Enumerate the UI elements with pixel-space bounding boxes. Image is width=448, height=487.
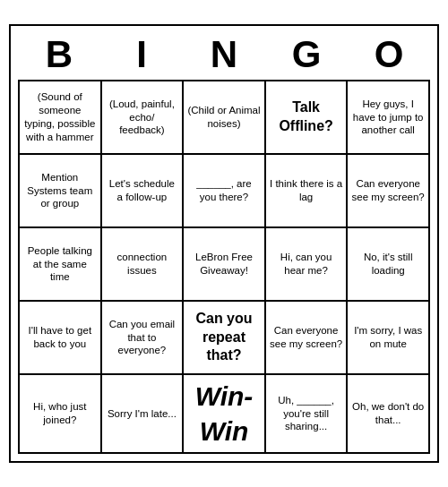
header-n: N: [185, 33, 263, 76]
cell-12[interactable]: LeBron Free Giveaway!: [184, 228, 266, 302]
bingo-card: B I N G O (Sound of someone typing, poss…: [9, 24, 439, 463]
cell-22[interactable]: Win-Win: [184, 375, 266, 454]
cell-8[interactable]: I think there is a lag: [266, 155, 349, 228]
bingo-header: B I N G O: [18, 33, 430, 76]
cell-13[interactable]: Hi, can you hear me?: [266, 228, 349, 302]
cell-10[interactable]: People talking at the same time: [20, 228, 102, 302]
header-b: B: [20, 33, 99, 76]
cell-23[interactable]: Uh, ______, you're still sharing...: [266, 375, 349, 454]
header-i: I: [102, 33, 181, 76]
cell-7[interactable]: ______, are you there?: [184, 155, 266, 228]
cell-0[interactable]: (Sound of someone typing, possible with …: [20, 81, 102, 155]
cell-2[interactable]: (Child or Animal noises): [184, 81, 266, 155]
cell-4[interactable]: Hey guys, I have to jump to another call: [348, 81, 430, 155]
cell-5[interactable]: Mention Systems team or group: [20, 155, 102, 228]
cell-15[interactable]: I'll have to get back to you: [20, 302, 102, 375]
cell-16[interactable]: Can you email that to everyone?: [102, 302, 185, 375]
bingo-grid: (Sound of someone typing, possible with …: [18, 80, 430, 454]
header-o: O: [349, 33, 428, 76]
cell-17[interactable]: Can you repeat that?: [184, 302, 266, 375]
cell-1[interactable]: (Loud, painful, echo/ feedback): [102, 81, 185, 155]
cell-3[interactable]: Talk Offline?: [266, 81, 349, 155]
header-g: G: [267, 33, 346, 76]
cell-14[interactable]: No, it's still loading: [348, 228, 430, 302]
cell-9[interactable]: Can everyone see my screen?: [348, 155, 430, 228]
cell-6[interactable]: Let's schedule a follow-up: [102, 155, 185, 228]
cell-20[interactable]: Hi, who just joined?: [20, 375, 102, 454]
cell-11[interactable]: connection issues: [102, 228, 185, 302]
cell-21[interactable]: Sorry I'm late...: [102, 375, 185, 454]
cell-24[interactable]: Oh, we don't do that...: [348, 375, 430, 454]
cell-19[interactable]: I'm sorry, I was on mute: [348, 302, 430, 375]
cell-18[interactable]: Can everyone see my screen?: [266, 302, 349, 375]
